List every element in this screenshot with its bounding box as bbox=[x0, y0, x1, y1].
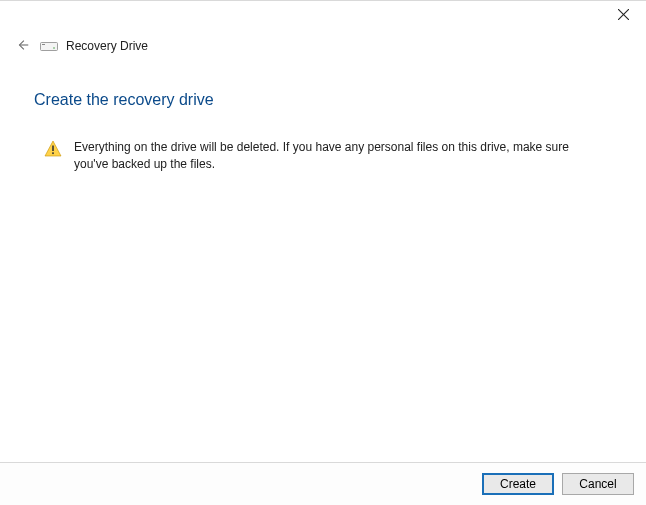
back-arrow-icon bbox=[16, 38, 30, 55]
warning-icon bbox=[44, 140, 62, 158]
content-area: Create the recovery drive Everything on … bbox=[0, 55, 646, 462]
page-heading: Create the recovery drive bbox=[34, 91, 616, 109]
svg-point-5 bbox=[53, 47, 55, 49]
window-title: Recovery Drive bbox=[66, 39, 148, 53]
svg-rect-3 bbox=[41, 43, 58, 51]
svg-rect-4 bbox=[42, 44, 45, 45]
warning-text: Everything on the drive will be deleted.… bbox=[74, 139, 594, 174]
create-button[interactable]: Create bbox=[482, 473, 554, 495]
close-icon bbox=[618, 8, 629, 23]
cancel-button[interactable]: Cancel bbox=[562, 473, 634, 495]
recovery-drive-wizard: Recovery Drive Create the recovery drive… bbox=[0, 0, 646, 505]
warning-row: Everything on the drive will be deleted.… bbox=[34, 139, 616, 174]
drive-icon bbox=[40, 40, 58, 52]
footer-button-bar: Create Cancel bbox=[0, 462, 646, 505]
svg-rect-8 bbox=[52, 152, 54, 154]
titlebar bbox=[0, 1, 646, 31]
svg-rect-7 bbox=[52, 146, 54, 152]
header-row: Recovery Drive bbox=[0, 31, 646, 55]
back-button[interactable] bbox=[14, 37, 32, 55]
close-button[interactable] bbox=[601, 1, 646, 29]
